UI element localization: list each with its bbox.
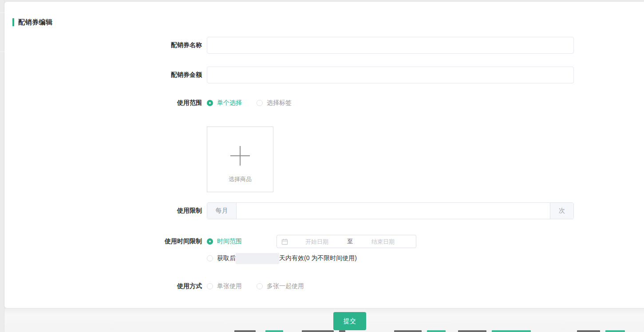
- amount-field-label: 配销券金额: [0, 71, 207, 79]
- clipped-text-fragment: [577, 330, 600, 332]
- days-valid-suffix: 天内有效(0 为不限时间使用): [279, 254, 357, 262]
- method-option-single[interactable]: 单张使用: [207, 282, 242, 290]
- select-product-tile[interactable]: 选择商品: [207, 126, 273, 192]
- radio-selected-icon[interactable]: [207, 238, 213, 245]
- select-product-label: 选择商品: [229, 175, 252, 183]
- usage-limit-suffix: 次: [550, 203, 573, 219]
- clipped-text-fragment: [605, 330, 625, 332]
- scope-option-single[interactable]: 单个选择: [207, 99, 242, 107]
- time-range-option[interactable]: 时间范围: [207, 237, 242, 245]
- date-range-separator: 至: [345, 237, 355, 245]
- submit-button[interactable]: 提交: [333, 312, 366, 330]
- form-row-usage-limit: 使用限制 每月 次: [0, 202, 574, 219]
- name-field-label: 配销券名称: [0, 41, 207, 49]
- time-range-option-label[interactable]: 时间范围: [217, 237, 242, 245]
- usage-limit-input[interactable]: [237, 203, 550, 219]
- form-row-days-valid: 获取后 天内有效(0 为不限时间使用): [207, 253, 574, 264]
- method-option-single-label[interactable]: 单张使用: [217, 282, 242, 290]
- clipped-text-fragment: [492, 330, 531, 332]
- page-title: 配销券编辑: [18, 18, 53, 27]
- page-header: 配销券编辑: [12, 18, 53, 27]
- usage-method-label: 使用方式: [0, 282, 207, 290]
- usage-limit-input-group: 每月 次: [207, 202, 574, 219]
- form-row-usage-method: 使用方式 单张使用 多张一起使用: [0, 281, 574, 291]
- time-limit-label: 使用时间限制: [0, 237, 207, 245]
- form-row-name: 配销券名称: [0, 37, 574, 54]
- end-date-input[interactable]: [355, 238, 411, 245]
- calendar-icon: [281, 238, 288, 245]
- title-accent-bar: [12, 18, 14, 26]
- days-valid-input[interactable]: [236, 253, 279, 264]
- plus-icon: [230, 146, 250, 166]
- sidebar-divider: [0, 12, 4, 13]
- clipped-text-fragment: [458, 330, 486, 332]
- date-range-picker[interactable]: 至: [277, 235, 416, 248]
- radio-selected-icon[interactable]: [207, 100, 213, 106]
- coupon-amount-input[interactable]: [207, 67, 574, 83]
- scope-option-tag-label[interactable]: 选择标签: [267, 99, 292, 107]
- clipped-text-fragment: [427, 330, 446, 332]
- radio-unselected-icon[interactable]: [207, 255, 213, 261]
- radio-unselected-icon[interactable]: [207, 283, 213, 289]
- coupon-name-input[interactable]: [207, 37, 574, 54]
- days-valid-prefix[interactable]: 获取后: [217, 254, 236, 262]
- method-option-multiple[interactable]: 多张一起使用: [257, 282, 304, 290]
- clipped-text-fragment: [302, 330, 334, 332]
- form-row-amount: 配销券金额: [0, 67, 574, 83]
- clipped-text-fragment: [394, 330, 422, 332]
- radio-unselected-icon[interactable]: [257, 283, 263, 289]
- clipped-text-fragment: [265, 330, 283, 332]
- scope-option-tag[interactable]: 选择标签: [257, 99, 292, 107]
- clipped-text-fragment: [339, 330, 345, 332]
- method-option-multiple-label[interactable]: 多张一起使用: [267, 282, 304, 290]
- form-row-scope: 使用范围 单个选择 选择标签: [0, 98, 574, 108]
- start-date-input[interactable]: [288, 238, 345, 245]
- radio-unselected-icon[interactable]: [257, 100, 263, 106]
- scope-option-single-label[interactable]: 单个选择: [217, 99, 242, 107]
- days-valid-option[interactable]: 获取后: [207, 254, 236, 262]
- footer-bar: [4, 308, 644, 332]
- usage-limit-prefix: 每月: [207, 203, 237, 219]
- scope-label: 使用范围: [0, 99, 207, 107]
- form-row-time-limit: 使用时间限制 时间范围 至: [0, 234, 574, 249]
- clipped-text-fragment: [234, 330, 256, 332]
- usage-limit-label: 使用限制: [0, 207, 207, 215]
